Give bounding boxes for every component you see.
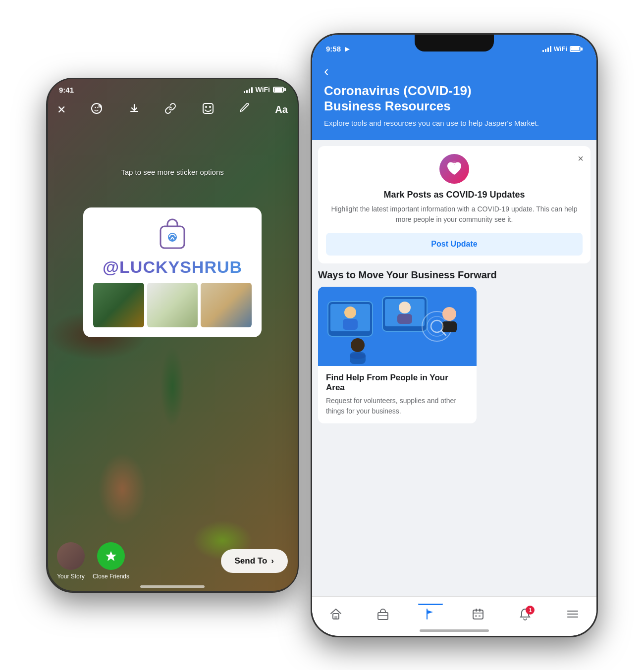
bag-sticker-icon bbox=[93, 215, 252, 256]
sticker-photo-1 bbox=[93, 283, 144, 327]
svg-point-19 bbox=[399, 302, 411, 313]
right-phone: 9:58 ▶ WiFi ‹ Coronavirus (COVID- bbox=[311, 33, 598, 637]
bottom-action-bar: Your Story Close Friends Send To › bbox=[47, 536, 298, 592]
close-friends-icon bbox=[97, 542, 125, 570]
svg-rect-20 bbox=[397, 314, 412, 324]
close-friends-label: Close Friends bbox=[93, 573, 129, 580]
covid-card-description: Highlight the latest important informati… bbox=[326, 204, 583, 225]
home-tab-icon bbox=[329, 608, 342, 620]
shop-tab-icon bbox=[376, 608, 389, 620]
back-button[interactable]: ‹ bbox=[324, 63, 328, 79]
tab-menu[interactable] bbox=[560, 604, 585, 624]
fb-header: ‹ Coronavirus (COVID-19)Business Resourc… bbox=[312, 58, 596, 140]
your-story-button[interactable]: Your Story bbox=[57, 542, 85, 580]
page-subtitle: Explore tools and resources you can use … bbox=[324, 118, 585, 128]
right-home-indicator bbox=[420, 629, 489, 632]
send-arrow-icon: › bbox=[271, 556, 274, 566]
menu-tab-icon bbox=[566, 608, 579, 620]
covid-heart-icon bbox=[439, 154, 469, 184]
right-battery-icon bbox=[570, 46, 583, 52]
ways-card-image bbox=[318, 287, 477, 366]
svg-marker-10 bbox=[106, 551, 116, 561]
sticker-photos bbox=[93, 283, 252, 327]
ways-card[interactable]: Find Help From People in Your Area Reque… bbox=[318, 287, 477, 423]
active-tab-indicator bbox=[418, 604, 443, 605]
notification-badge: 1 bbox=[526, 606, 535, 615]
svg-rect-16 bbox=[343, 319, 358, 330]
ways-title: Ways to Move Your Business Forward bbox=[318, 269, 590, 281]
covid-close-button[interactable]: × bbox=[578, 153, 584, 164]
svg-rect-31 bbox=[334, 616, 337, 619]
svg-rect-37 bbox=[475, 615, 477, 617]
fb-content-area[interactable]: × Mark Posts as COVID-19 Updates Highlig… bbox=[312, 140, 596, 623]
ways-section: Ways to Move Your Business Forward bbox=[318, 269, 590, 425]
svg-rect-32 bbox=[378, 613, 388, 619]
notch bbox=[415, 35, 494, 52]
svg-rect-36 bbox=[479, 609, 481, 612]
ways-card-description: Request for volunteers, supplies and oth… bbox=[326, 396, 469, 416]
tab-shop[interactable] bbox=[371, 604, 395, 624]
tab-flag[interactable] bbox=[418, 604, 443, 624]
sticker-card[interactable]: @LUCKYSHRUB bbox=[83, 207, 262, 337]
send-to-label: Send To bbox=[235, 556, 268, 566]
svg-rect-38 bbox=[479, 615, 481, 617]
svg-point-26 bbox=[442, 307, 456, 321]
svg-point-15 bbox=[344, 307, 356, 318]
left-phone: 9:41 WiFi ✕ bbox=[46, 78, 299, 593]
right-time: 9:58 bbox=[326, 45, 341, 53]
close-friends-button[interactable]: Close Friends bbox=[93, 542, 129, 580]
sticker-username: @LUCKYSHRUB bbox=[93, 258, 252, 277]
tab-notifications[interactable]: 1 bbox=[513, 604, 537, 624]
svg-point-23 bbox=[350, 353, 366, 359]
tab-calendar[interactable] bbox=[466, 604, 490, 624]
svg-rect-27 bbox=[442, 321, 457, 332]
calendar-tab-icon bbox=[472, 608, 484, 620]
right-wifi-icon: WiFi bbox=[554, 45, 567, 52]
your-story-label: Your Story bbox=[57, 573, 85, 580]
send-to-button[interactable]: Send To › bbox=[221, 549, 288, 573]
post-update-button[interactable]: Post Update bbox=[326, 233, 583, 256]
sticker-photo-2 bbox=[147, 283, 198, 327]
covid-update-card: × Mark Posts as COVID-19 Updates Highlig… bbox=[318, 146, 590, 263]
ways-card-title: Find Help From People in Your Area bbox=[326, 373, 469, 393]
right-phone-inner: 9:58 ▶ WiFi ‹ Coronavirus (COVID- bbox=[312, 35, 596, 636]
page-title: Coronavirus (COVID-19)Business Resources bbox=[324, 83, 585, 114]
svg-rect-35 bbox=[476, 609, 477, 612]
your-story-avatar bbox=[57, 542, 85, 570]
right-signal-icon bbox=[542, 46, 551, 52]
ways-card-body: Find Help From People in Your Area Reque… bbox=[318, 366, 477, 423]
right-time-area: 9:58 ▶ bbox=[326, 45, 349, 53]
flag-tab-icon bbox=[424, 608, 437, 620]
svg-point-21 bbox=[351, 338, 365, 352]
tab-home[interactable] bbox=[323, 604, 348, 624]
post-update-label: Post Update bbox=[431, 240, 477, 248]
svg-rect-34 bbox=[473, 610, 483, 619]
location-icon: ▶ bbox=[345, 46, 349, 52]
sticker-photo-3 bbox=[201, 283, 252, 327]
covid-card-title: Mark Posts as COVID-19 Updates bbox=[326, 190, 583, 200]
right-icons-area: WiFi bbox=[542, 45, 583, 52]
